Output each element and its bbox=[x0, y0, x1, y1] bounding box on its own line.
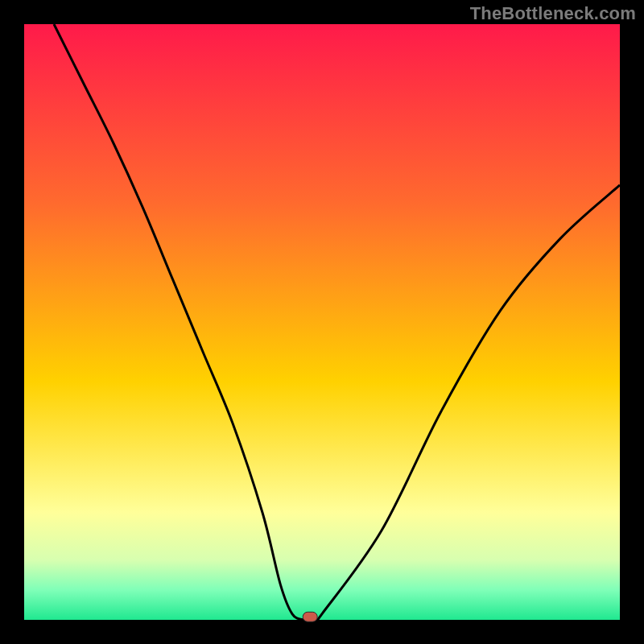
plot-background bbox=[24, 24, 620, 620]
optimal-point-marker bbox=[303, 612, 317, 621]
bottleneck-chart bbox=[0, 0, 644, 644]
watermark-text: TheBottleneck.com bbox=[470, 3, 636, 24]
chart-frame: TheBottleneck.com bbox=[0, 0, 644, 644]
